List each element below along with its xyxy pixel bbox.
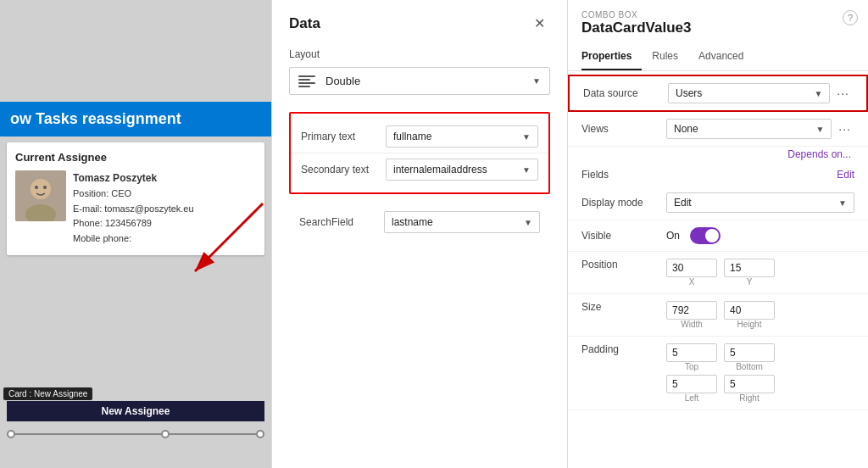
views-more-button[interactable]: ··· [835, 120, 854, 137]
layout-label: Layout [289, 48, 550, 60]
left-panel: ow Tasks reassignment Current Assignee T… [0, 0, 271, 468]
secondary-text-dropdown[interactable]: internalemailaddress ▼ [386, 159, 538, 181]
assignee-details: Tomasz Poszytek Position: CEO E-mail: to… [73, 170, 194, 247]
search-field-value: lastname [392, 216, 433, 228]
display-mode-chevron-icon: ▼ [838, 198, 847, 208]
rp-title: DataCardValue3 [581, 20, 854, 36]
position-y-input[interactable]: 15 [724, 259, 775, 277]
size-width-label: Width [666, 320, 717, 329]
display-mode-value-area: Edit ▼ [666, 192, 854, 213]
fields-row: Fields Edit [568, 164, 868, 186]
tab-advanced[interactable]: Advanced [698, 43, 754, 70]
primary-text-value: fullname [393, 131, 431, 142]
depends-on-link[interactable]: Depends on... [581, 148, 854, 160]
size-label: Size [581, 301, 666, 313]
data-source-chevron-icon: ▼ [814, 89, 822, 98]
views-dropdown[interactable]: None ▼ [666, 119, 832, 139]
position-label: Position [581, 259, 666, 270]
position-y-label: Y [724, 277, 775, 287]
padding-right-label: Right [724, 393, 775, 403]
assignee-card: Current Assignee Tomasz Poszytek Positio… [7, 142, 264, 255]
padding-top-bottom-pair: 5 Top 5 Bottom [666, 343, 775, 371]
close-button[interactable]: ✕ [529, 14, 550, 33]
padding-value-area: 5 Top 5 Bottom 5 Left 5 Right [666, 343, 854, 403]
svg-point-1 [31, 179, 51, 199]
position-y-group: 15 Y [724, 259, 775, 287]
layout-dropdown[interactable]: Double ▼ [289, 67, 550, 95]
current-assignee-title: Current Assignee [15, 151, 256, 164]
size-row: Size 792 Width 40 Height [568, 294, 868, 337]
text-fields-box: Primary text fullname ▼ Secondary text i… [289, 112, 550, 194]
visible-value: On [666, 230, 680, 242]
toggle-knob [705, 229, 719, 242]
panel-header: Data ✕ [272, 0, 567, 42]
data-source-row: Data source Users ▼ ··· [568, 75, 868, 112]
visible-row: Visible On [568, 220, 868, 252]
primary-text-label: Primary text [301, 131, 386, 142]
secondary-text-label: Secondary text [301, 164, 386, 176]
padding-left-input[interactable]: 5 [666, 375, 717, 393]
padding-left-group: 5 Left [666, 375, 717, 403]
primary-text-dropdown[interactable]: fullname ▼ [386, 125, 538, 148]
search-field-label: SearchField [299, 216, 384, 228]
search-field-dropdown[interactable]: lastname ▼ [384, 211, 540, 233]
tabs-row: Properties Rules Advanced [568, 43, 868, 71]
search-chevron-icon: ▼ [524, 218, 532, 227]
fields-label: Fields [581, 169, 609, 181]
layout-line-1 [298, 75, 315, 77]
position-x-input[interactable]: 30 [666, 259, 717, 277]
avatar [15, 170, 66, 221]
panel-title: Data [289, 15, 320, 32]
views-value-area: None ▼ ··· [666, 119, 854, 139]
padding-top-label: Top [666, 362, 717, 371]
padding-top-group: 5 Top [666, 343, 717, 371]
padding-right-group: 5 Right [724, 375, 775, 403]
depends-on-row: Depends on... [568, 147, 868, 164]
size-height-input[interactable]: 40 [724, 301, 775, 320]
padding-right-input[interactable]: 5 [724, 375, 775, 393]
display-mode-label: Display mode [581, 197, 666, 209]
data-source-value-area: Users ▼ ··· [668, 83, 853, 103]
visible-toggle[interactable] [690, 227, 721, 244]
data-source-more-button[interactable]: ··· [833, 85, 853, 102]
size-height-label: Height [724, 320, 775, 329]
help-button[interactable]: ? [843, 10, 858, 25]
data-source-value: Users [676, 87, 702, 99]
size-coord-pair: 792 Width 40 Height [666, 301, 775, 329]
search-field-row: SearchField lastname ▼ [289, 206, 550, 233]
layout-section: Layout Double ▼ [272, 42, 567, 112]
position-value-area: 30 X 15 Y [666, 259, 854, 287]
tab-properties[interactable]: Properties [581, 43, 642, 70]
padding-label: Padding [581, 343, 666, 355]
right-panel: COMBO BOX DataCardValue3 ? Properties Ru… [568, 0, 868, 468]
middle-panel: Data ✕ Layout Double ▼ Primary text full… [271, 0, 568, 468]
size-width-input[interactable]: 792 [666, 301, 717, 320]
padding-bottom-input[interactable]: 5 [724, 343, 775, 362]
rp-header: COMBO BOX DataCardValue3 [568, 0, 868, 43]
layout-value: Double [326, 75, 532, 87]
primary-text-row: Primary text fullname ▼ [291, 120, 548, 153]
banner-text: ow Tasks reassignment [0, 102, 271, 136]
layout-line-2 [298, 79, 310, 81]
padding-top-input[interactable]: 5 [666, 343, 717, 362]
layout-icon [298, 75, 315, 87]
padding-row: Padding 5 Top 5 Bottom 5 Left 5 [568, 337, 868, 410]
layout-chevron-icon: ▼ [532, 76, 541, 86]
size-width-group: 792 Width [666, 301, 717, 329]
secondary-text-value: internalemailaddress [393, 164, 487, 176]
padding-bottom-group: 5 Bottom [724, 343, 775, 371]
padding-left-label: Left [666, 393, 717, 403]
edit-link[interactable]: Edit [837, 169, 854, 181]
data-source-dropdown[interactable]: Users ▼ [668, 83, 830, 103]
padding-left-right-pair: 5 Left 5 Right [666, 375, 775, 403]
combo-label: COMBO BOX [581, 10, 854, 20]
display-mode-dropdown[interactable]: Edit ▼ [666, 192, 854, 213]
views-row: Views None ▼ ··· [568, 112, 868, 147]
views-label: Views [581, 123, 666, 135]
secondary-text-row: Secondary text internalemailaddress ▼ [291, 153, 548, 186]
primary-text-chevron-icon: ▼ [522, 132, 531, 142]
tab-rules[interactable]: Rules [652, 43, 688, 70]
position-row: Position 30 X 15 Y [568, 252, 868, 294]
position-x-group: 30 X [666, 259, 717, 287]
timeline [7, 426, 264, 443]
